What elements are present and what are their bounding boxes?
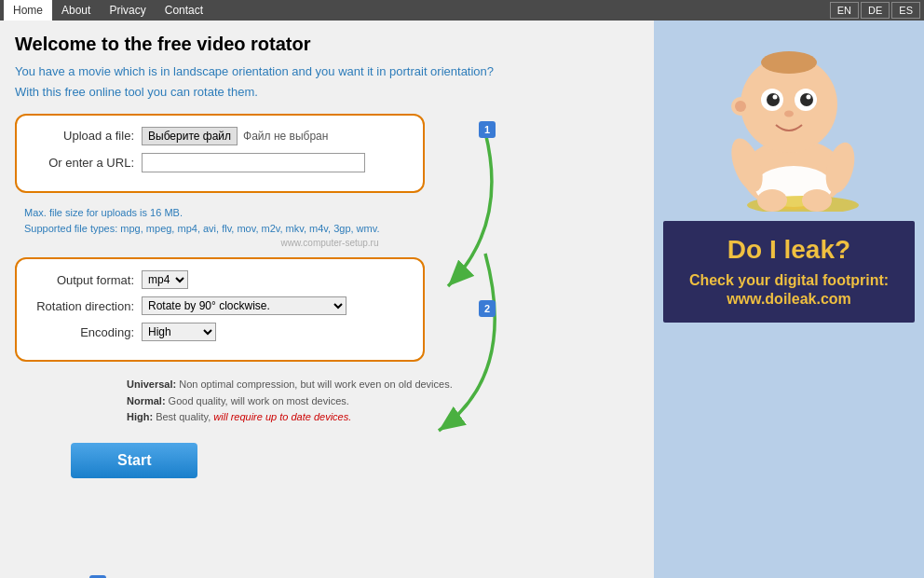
high-desc: High: Best quality, will require up to d… <box>127 409 639 426</box>
format-row: Output format: mp4 avi mov mkv <box>32 270 408 289</box>
badge-3: 3 <box>89 575 106 579</box>
start-button[interactable]: Start <box>71 443 197 478</box>
no-file-label: Файл не выбран <box>243 130 328 143</box>
badge-2: 2 <box>479 300 496 317</box>
svg-point-18 <box>802 189 832 212</box>
svg-point-11 <box>784 111 794 117</box>
encoding-info: Universal: Non optimal compression, but … <box>127 377 639 426</box>
url-input[interactable] <box>142 153 365 172</box>
svg-point-13 <box>735 101 746 112</box>
lang-en[interactable]: EN <box>830 2 859 19</box>
content-wrapper: 1 Upload a file: Выберите файл Файл не в… <box>15 114 639 479</box>
subtitle1-link[interactable]: You have a movie which is in landscape o… <box>15 64 494 78</box>
navbar: Home About Privacy Contact EN DE ES <box>0 0 924 21</box>
rotation-label: Rotation direction: <box>32 299 134 313</box>
svg-point-7 <box>767 93 780 106</box>
format-label: Output format: <box>32 273 134 287</box>
url-label: Or enter a URL: <box>32 156 134 170</box>
left-content: Welcome to the free video rotator You ha… <box>0 21 654 578</box>
svg-point-9 <box>773 95 778 100</box>
options-section: Output format: mp4 avi mov mkv Rotation … <box>15 257 425 362</box>
svg-point-8 <box>800 93 813 106</box>
svg-point-10 <box>807 95 811 100</box>
max-size-info: Max. file size for uploads is 16 MB. <box>24 206 639 220</box>
universal-desc: Universal: Non optimal compression, but … <box>127 377 639 393</box>
lang-de[interactable]: DE <box>861 2 890 19</box>
ad-title: Do I leak? <box>674 234 904 266</box>
svg-point-17 <box>757 189 787 212</box>
encoding-label: Encoding: <box>32 325 134 339</box>
watermark: www.computer-setup.ru <box>20 238 639 248</box>
ad-url: www.doileak.com <box>674 290 904 310</box>
encoding-row: Encoding: Universal Normal High <box>32 323 408 341</box>
ad-block: Do I leak? Check your digital footprint:… <box>663 221 915 323</box>
subtitle2: With this free online tool you can rotat… <box>15 85 639 99</box>
file-row: Upload a file: Выберите файл Файл не выб… <box>32 127 408 145</box>
main-layout: Welcome to the free video rotator You ha… <box>0 21 924 578</box>
baby-area <box>663 30 915 212</box>
nav-about[interactable]: About <box>52 0 100 21</box>
page-title: Welcome to the free video rotator <box>15 34 639 55</box>
badge-1: 1 <box>479 121 496 138</box>
file-info: Max. file size for uploads is 16 MB. Sup… <box>20 206 639 249</box>
upload-label: Upload a file: <box>32 129 134 143</box>
right-sidebar: Do I leak? Check your digital footprint:… <box>654 21 924 578</box>
nav-home[interactable]: Home <box>4 0 52 21</box>
lang-es[interactable]: ES <box>891 2 920 19</box>
upload-section: Upload a file: Выберите файл Файл не выб… <box>15 114 425 193</box>
nav-privacy[interactable]: Privacy <box>100 0 155 21</box>
rotation-row: Rotation direction: Rotate by 90° clockw… <box>32 296 408 315</box>
file-types-info: Supported file types: mpg, mpeg, mp4, av… <box>24 222 639 236</box>
baby-illustration <box>686 30 891 212</box>
subtitle2-link[interactable]: With this free online tool you can rotat… <box>15 85 258 99</box>
nav-contact[interactable]: Contact <box>156 0 212 21</box>
format-select[interactable]: mp4 avi mov mkv <box>142 270 188 289</box>
rotation-select[interactable]: Rotate by 90° clockwise. Rotate by 90° c… <box>142 296 346 315</box>
url-row: Or enter a URL: <box>32 153 408 172</box>
choose-file-button[interactable]: Выберите файл <box>142 127 238 145</box>
svg-point-4 <box>761 51 817 74</box>
encoding-select[interactable]: Universal Normal High <box>142 323 216 341</box>
subtitle1: You have a movie which is in landscape o… <box>15 62 639 81</box>
normal-desc: Normal: Good quality, will work on most … <box>127 393 639 410</box>
start-area: Start <box>71 443 639 478</box>
ad-subtitle: Check your digital footprint: <box>674 271 904 291</box>
